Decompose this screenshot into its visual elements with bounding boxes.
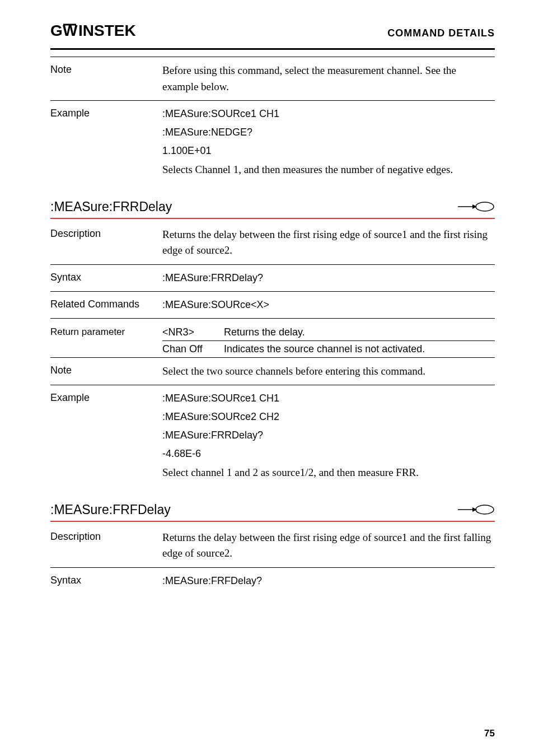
- example-code-line: :MEASure:SOURce1 CH1: [162, 391, 495, 406]
- example-text: Selects Channel 1, and then measures the…: [162, 162, 495, 178]
- return-param-line: Return parameter <NR3> Returns the delay…: [50, 324, 495, 340]
- return-name: Chan Off: [162, 343, 224, 355]
- return-label-empty: [50, 343, 162, 355]
- command-name: :MEASure:FRFDelay: [50, 502, 171, 517]
- example-label: Example: [50, 391, 162, 481]
- syntax-value: :MEASure:FRFDelay?: [162, 573, 495, 589]
- related-row: Related Commands :MEASure:SOURce<X>: [50, 291, 495, 318]
- svg-point-6: [476, 202, 494, 211]
- note-text: Select the two source channels before en…: [162, 363, 495, 380]
- description-label: Description: [50, 530, 162, 562]
- note-text: Before using this command, select the me…: [162, 63, 495, 95]
- example-code-line: -4.68E-6: [162, 446, 495, 461]
- brand-logo: G W INSTEK: [50, 22, 151, 44]
- example-code-line: 1.100E+01: [162, 143, 495, 158]
- note-row: Note Select the two source channels befo…: [50, 357, 495, 385]
- example-content: :MEASure:SOURce1 CH1 :MEASure:SOURce2 CH…: [162, 391, 495, 481]
- description-label: Description: [50, 227, 162, 259]
- example-label: Example: [50, 106, 162, 178]
- return-name: <NR3>: [162, 326, 224, 338]
- command-heading: :MEASure:FRFDelay: [50, 502, 495, 522]
- example-code-line: :MEASure:NEDGE?: [162, 125, 495, 140]
- note-label: Note: [50, 63, 162, 95]
- svg-text:G: G: [50, 22, 63, 39]
- query-arrow-icon: [457, 504, 495, 515]
- description-text: Returns the delay between the first risi…: [162, 530, 495, 562]
- example-row: Example :MEASure:SOURce1 CH1 :MEASure:SO…: [50, 385, 495, 487]
- return-param-row: Return parameter <NR3> Returns the delay…: [50, 318, 495, 357]
- syntax-row: Syntax :MEASure:FRFDelay?: [50, 567, 495, 594]
- command-heading: :MEASure:FRRDelay: [50, 199, 495, 219]
- example-text: Select channel 1 and 2 as source1/2, and…: [162, 465, 495, 481]
- syntax-row: Syntax :MEASure:FRRDelay?: [50, 264, 495, 291]
- page-number: 75: [484, 728, 495, 739]
- page-header: G W INSTEK COMMAND DETAILS: [50, 22, 495, 50]
- return-desc: Indicates the source channel is not acti…: [224, 343, 495, 355]
- related-label: Related Commands: [50, 297, 162, 312]
- description-row: Description Returns the delay between th…: [50, 524, 495, 567]
- description-text: Returns the delay between the first risi…: [162, 227, 495, 259]
- query-arrow-icon: [457, 201, 495, 212]
- example-code-line: :MEASure:SOURce2 CH2: [162, 409, 495, 424]
- example-row: Example :MEASure:SOURce1 CH1 :MEASure:NE…: [50, 100, 495, 184]
- description-row: Description Returns the delay between th…: [50, 221, 495, 264]
- related-value: :MEASure:SOURce<X>: [162, 297, 495, 312]
- example-content: :MEASure:SOURce1 CH1 :MEASure:NEDGE? 1.1…: [162, 106, 495, 178]
- svg-point-9: [476, 505, 494, 514]
- syntax-label: Syntax: [50, 270, 162, 286]
- logo-svg: G W INSTEK: [50, 22, 151, 39]
- return-label: Return parameter: [50, 326, 162, 338]
- section-title: COMMAND DETAILS: [387, 27, 495, 39]
- command-name: :MEASure:FRRDelay: [50, 199, 172, 214]
- syntax-value: :MEASure:FRRDelay?: [162, 270, 495, 286]
- return-param-line: Chan Off Indicates the source channel is…: [50, 341, 495, 357]
- note-label: Note: [50, 363, 162, 380]
- return-desc: Returns the delay.: [224, 326, 495, 338]
- example-code-line: :MEASure:FRRDelay?: [162, 428, 495, 443]
- syntax-label: Syntax: [50, 573, 162, 589]
- example-code-line: :MEASure:SOURce1 CH1: [162, 106, 495, 122]
- note-row: Note Before using this command, select t…: [50, 57, 495, 100]
- svg-text:INSTEK: INSTEK: [78, 22, 136, 39]
